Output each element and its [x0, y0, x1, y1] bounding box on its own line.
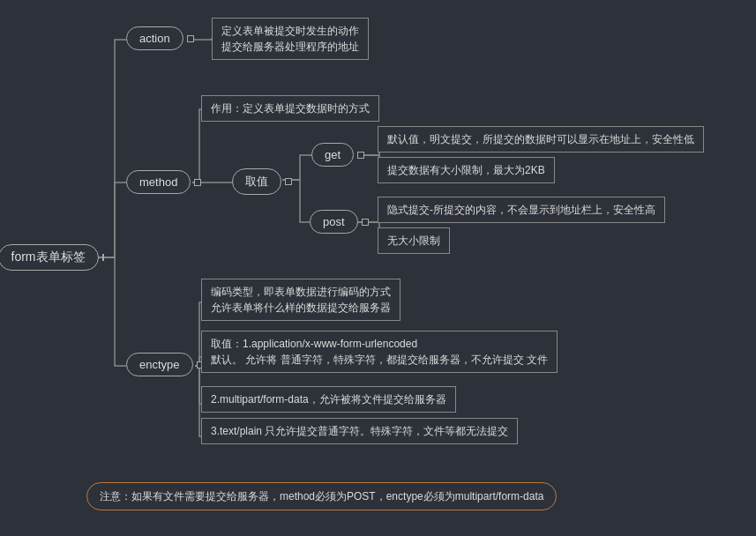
mind-map: form表单标签 action 定义表单被提交时发生的动作提交给服务器处理程序的…: [0, 0, 756, 536]
method-node: method: [126, 170, 201, 194]
quzi-node: 取值: [232, 168, 292, 195]
get-desc1-text: 默认值，明文提交，所提交的数据时可以显示在地址上，安全性低: [378, 126, 704, 153]
action-node: action: [126, 26, 194, 50]
get-desc2-text: 提交数据有大小限制，最大为2KB: [378, 157, 555, 183]
root-expand[interactable]: [102, 254, 104, 261]
get-label: get: [311, 143, 354, 167]
quzi-label: 取值: [232, 168, 281, 195]
note-text: 注意：如果有文件需要提交给服务器，method必须为POST，enctype必须…: [86, 482, 557, 510]
enctype-label: enctype: [126, 353, 193, 376]
connection-lines: [0, 0, 756, 536]
post-node: post: [310, 210, 369, 234]
get-expand[interactable]: [357, 152, 364, 159]
get-desc2-node: 提交数据有大小限制，最大为2KB: [378, 157, 555, 183]
enctype-2-node: 2.multipart/form-data，允许被将文件提交给服务器: [201, 386, 456, 413]
get-desc1-node: 默认值，明文提交，所提交的数据时可以显示在地址上，安全性低: [378, 126, 704, 153]
enctype-desc1-text: 编码类型，即表单数据进行编码的方式允许表单将什么样的数据提交给服务器: [201, 279, 400, 321]
post-expand[interactable]: [362, 219, 369, 226]
post-desc1-text: 隐式提交-所提交的内容，不会显示到地址栏上，安全性高: [378, 197, 665, 223]
method-desc-text: 作用：定义表单提交数据时的方式: [201, 95, 379, 122]
get-node: get: [311, 143, 364, 167]
root-node: form表单标签: [9, 242, 93, 272]
action-desc-text: 定义表单被提交时发生的动作提交给服务器处理程序的地址: [212, 18, 369, 60]
enctype-2-text: 2.multipart/form-data，允许被将文件提交给服务器: [201, 386, 456, 413]
enctype-val-text: 取值：1.application/x-www-form-urlencoded默认…: [201, 331, 558, 373]
enctype-desc1-node: 编码类型，即表单数据进行编码的方式允许表单将什么样的数据提交给服务器: [201, 279, 400, 321]
post-desc2-text: 无大小限制: [378, 227, 450, 254]
post-label: post: [310, 210, 358, 234]
method-expand[interactable]: [194, 179, 201, 186]
enctype-node: enctype: [126, 353, 204, 376]
action-desc-node: 定义表单被提交时发生的动作提交给服务器处理程序的地址: [212, 18, 369, 60]
action-label: action: [126, 26, 183, 50]
method-desc-node: 作用：定义表单提交数据时的方式: [201, 95, 379, 122]
enctype-val-node: 取值：1.application/x-www-form-urlencoded默认…: [201, 331, 558, 373]
root-label: form表单标签: [0, 244, 99, 271]
post-desc1-node: 隐式提交-所提交的内容，不会显示到地址栏上，安全性高: [378, 197, 665, 223]
enctype-3-node: 3.text/plain 只允许提交普通字符。特殊字符，文件等都无法提交: [201, 418, 518, 444]
quzi-expand[interactable]: [285, 178, 292, 185]
action-expand[interactable]: [187, 35, 194, 42]
note-node: 注意：如果有文件需要提交给服务器，method必须为POST，enctype必须…: [86, 482, 557, 510]
method-label: method: [126, 170, 191, 194]
enctype-3-text: 3.text/plain 只允许提交普通字符。特殊字符，文件等都无法提交: [201, 418, 518, 444]
post-desc2-node: 无大小限制: [378, 227, 450, 254]
